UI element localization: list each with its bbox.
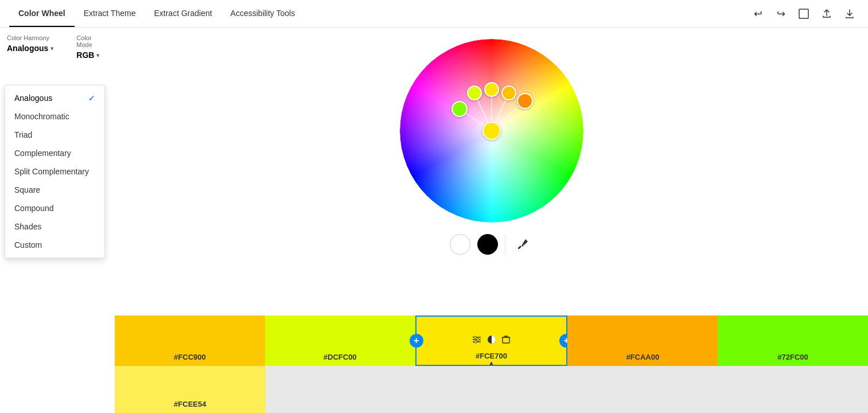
harmony-option-monochromatic[interactable]: Monochromatic <box>5 107 104 126</box>
check-icon: ✓ <box>88 93 95 103</box>
resize-button[interactable] <box>795 5 813 23</box>
center-area: #FCC900 #DCFC00 + <box>115 28 868 413</box>
swatch-1-hex: #FCC900 <box>174 353 206 361</box>
main-content: Color Harmony Analogous ▾ Color Mode RGB… <box>0 28 868 413</box>
controls-divider <box>505 234 505 255</box>
swatches-bottom-row: #FCEE54 <box>115 366 868 413</box>
svg-point-12 <box>474 341 477 343</box>
wheel-node-4[interactable] <box>501 85 516 100</box>
swatch-3-active[interactable]: + <box>415 315 568 366</box>
mode-dropdown-arrow: ▾ <box>96 52 99 59</box>
bottom-controls <box>450 234 533 255</box>
empty-swatch-1 <box>266 366 417 413</box>
tab-extract-gradient[interactable]: Extract Gradient <box>145 0 221 27</box>
svg-point-10 <box>474 336 476 338</box>
header-actions: ↩ ↪ <box>749 5 859 23</box>
harmony-option-compound[interactable]: Compound <box>5 199 104 217</box>
harmony-option-split-complementary[interactable]: Split Complementary <box>5 162 104 181</box>
color-wheel[interactable] <box>400 39 583 223</box>
wheel-node-5[interactable] <box>517 93 533 109</box>
color-mode-label: Color Mode <box>76 34 108 48</box>
swatches-section: #FCC900 #DCFC00 + <box>115 315 868 413</box>
harmony-option-complementary[interactable]: Complementary <box>5 144 104 162</box>
swatch-half-icon[interactable] <box>486 334 497 347</box>
swatch-delete-icon[interactable] <box>501 335 511 346</box>
swatch-2[interactable]: #DCFC00 <box>265 315 415 366</box>
swatch-1[interactable]: #FCC900 <box>115 315 265 366</box>
svg-point-11 <box>477 338 479 341</box>
harmony-option-square[interactable]: Square <box>5 181 104 199</box>
swatch-3-controls <box>472 334 511 347</box>
svg-rect-14 <box>503 337 509 343</box>
harmony-option-custom[interactable]: Custom <box>5 236 104 254</box>
color-harmony-label: Color Harmony <box>7 34 53 41</box>
harmony-option-shades[interactable]: Shades <box>5 217 104 236</box>
swatch-4[interactable]: #FCAA00 <box>567 315 718 366</box>
swatch-5[interactable]: #72FC00 <box>718 315 868 366</box>
empty-swatch-3 <box>567 366 718 413</box>
swatch-b1[interactable]: #FCEE54 <box>115 366 266 413</box>
mode-value: RGB <box>76 50 94 60</box>
header: Color Wheel Extract Theme Extract Gradie… <box>0 0 868 28</box>
harmony-value: Analogous <box>7 44 48 53</box>
download-button[interactable] <box>840 5 859 23</box>
swatch-adjust-icon[interactable] <box>472 334 482 347</box>
swatch-2-hex: #DCFC00 <box>324 353 357 361</box>
empty-swatch-4 <box>717 366 868 413</box>
redo-button[interactable]: ↪ <box>772 5 790 23</box>
mode-dropdown[interactable]: RGB ▾ <box>76 50 108 60</box>
share-button[interactable] <box>818 5 836 23</box>
harmony-option-analogous[interactable]: Analogous ✓ <box>5 89 104 107</box>
wheel-node-1[interactable] <box>451 101 468 117</box>
tab-color-wheel[interactable]: Color Wheel <box>9 0 75 27</box>
swatch-3-hex: #FCE700 <box>476 352 507 360</box>
left-panel: Color Harmony Analogous ▾ Color Mode RGB… <box>0 28 115 413</box>
harmony-dropdown-menu: Analogous ✓ Monochromatic Triad Compleme… <box>5 85 105 258</box>
wheel-node-center[interactable] <box>482 122 501 140</box>
eyedropper-button[interactable] <box>512 234 533 255</box>
nav-tabs: Color Wheel Extract Theme Extract Gradie… <box>9 0 304 27</box>
swatch-4-hex: #FCAA00 <box>626 353 659 361</box>
tab-accessibility-tools[interactable]: Accessibility Tools <box>221 0 305 27</box>
swatches-top-row: #FCC900 #DCFC00 + <box>115 315 868 366</box>
harmony-option-triad[interactable]: Triad <box>5 126 104 144</box>
harmony-dropdown-arrow: ▾ <box>50 45 53 52</box>
wheel-node-3[interactable] <box>484 82 499 97</box>
black-color-circle[interactable] <box>477 234 498 255</box>
tab-extract-theme[interactable]: Extract Theme <box>75 0 145 27</box>
swatch-b1-hex: #FCEE54 <box>174 400 206 408</box>
white-color-circle[interactable] <box>450 234 470 255</box>
svg-rect-0 <box>799 9 808 18</box>
harmony-dropdown[interactable]: Analogous ▾ <box>7 44 53 53</box>
swatch-5-hex: #72FC00 <box>777 353 808 361</box>
swatch-3-caret: ▲ <box>489 360 495 366</box>
undo-button[interactable]: ↩ <box>749 5 767 23</box>
swatch-add-left-button[interactable]: + <box>410 334 423 348</box>
wheel-node-2[interactable] <box>467 85 482 100</box>
empty-swatch-2 <box>416 366 567 413</box>
